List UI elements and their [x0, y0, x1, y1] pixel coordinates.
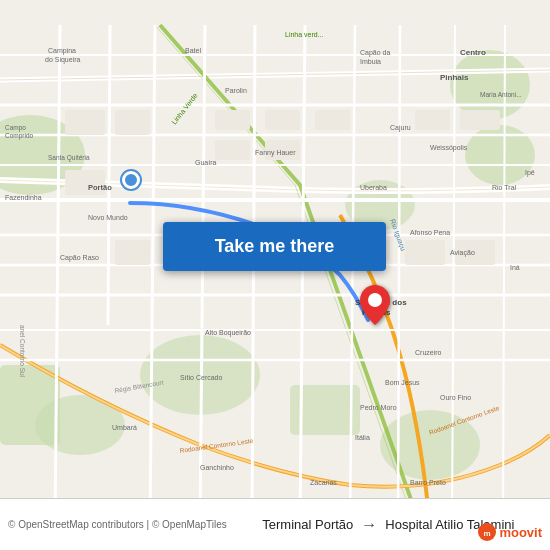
- svg-text:Bom Jesus: Bom Jesus: [385, 379, 420, 386]
- svg-text:Fanny Hauer: Fanny Hauer: [255, 149, 296, 157]
- svg-text:Comprido: Comprido: [5, 132, 34, 140]
- svg-text:Alto Boqueirão: Alto Boqueirão: [205, 329, 251, 337]
- svg-rect-36: [265, 110, 300, 130]
- svg-text:Imbuia: Imbuia: [360, 58, 381, 65]
- svg-text:Campina: Campina: [48, 47, 76, 55]
- bottom-bar: © OpenStreetMap contributors | © OpenMap…: [0, 498, 550, 550]
- svg-point-2: [450, 50, 530, 120]
- moovit-logo-text: moovit: [499, 525, 542, 540]
- svg-text:Cruzeiro: Cruzeiro: [415, 349, 442, 356]
- svg-text:Sítio Cercado: Sítio Cercado: [180, 374, 223, 381]
- svg-rect-38: [415, 110, 450, 130]
- svg-text:Pedro Moro: Pedro Moro: [360, 404, 397, 411]
- svg-text:Capão da: Capão da: [360, 49, 390, 57]
- svg-text:Guaíra: Guaíra: [195, 159, 217, 166]
- svg-line-13: [108, 25, 110, 325]
- svg-rect-39: [460, 110, 500, 130]
- svg-text:Novo Mundo: Novo Mundo: [88, 214, 128, 221]
- svg-text:Uberaba: Uberaba: [360, 184, 387, 191]
- svg-rect-47: [115, 240, 150, 265]
- svg-text:Ipê: Ipê: [525, 169, 535, 177]
- svg-text:Capão Raso: Capão Raso: [60, 254, 99, 262]
- svg-text:Aviação: Aviação: [450, 249, 475, 257]
- svg-text:Maria Antoni...: Maria Antoni...: [480, 91, 522, 98]
- destination-marker: [360, 285, 390, 329]
- take-me-there-button[interactable]: Take me there: [163, 222, 386, 271]
- svg-text:Parolin: Parolin: [225, 87, 247, 94]
- arrow-icon: →: [361, 516, 377, 534]
- map-background: Campina do Siqueira Batel Pinhais Maria …: [0, 0, 550, 550]
- svg-text:Barro Preto: Barro Preto: [410, 479, 446, 486]
- svg-rect-43: [405, 240, 445, 265]
- copyright-text: © OpenStreetMap contributors | © OpenMap…: [8, 519, 227, 530]
- svg-text:anel Contorno Sul: anel Contorno Sul: [19, 325, 26, 378]
- svg-text:Iná: Iná: [510, 264, 520, 271]
- svg-rect-33: [115, 110, 150, 135]
- svg-text:Ouro Fino: Ouro Fino: [440, 394, 471, 401]
- svg-point-94: [368, 293, 382, 307]
- svg-text:m: m: [484, 529, 491, 538]
- svg-rect-32: [65, 110, 105, 135]
- svg-text:Santa Quitéria: Santa Quitéria: [48, 154, 90, 162]
- svg-rect-35: [215, 110, 250, 130]
- svg-text:Linha verd...: Linha verd...: [285, 31, 324, 38]
- svg-text:Afonso Pena: Afonso Pena: [410, 229, 450, 236]
- svg-rect-40: [215, 140, 250, 160]
- svg-text:Ganchinho: Ganchinho: [200, 464, 234, 471]
- svg-text:Weissópolis: Weissópolis: [430, 144, 468, 152]
- origin-label: Terminal Portão: [262, 517, 353, 532]
- svg-text:Fazendinha: Fazendinha: [5, 194, 42, 201]
- svg-text:Cajuru: Cajuru: [390, 124, 411, 132]
- svg-text:Umbará: Umbará: [112, 424, 137, 431]
- svg-text:Portão: Portão: [88, 183, 112, 192]
- svg-text:Itália: Itália: [355, 434, 370, 441]
- svg-text:Zacarias: Zacarias: [310, 479, 337, 486]
- svg-rect-37: [315, 110, 350, 130]
- svg-text:Rio Tral: Rio Tral: [492, 184, 517, 191]
- map-container: Campina do Siqueira Batel Pinhais Maria …: [0, 0, 550, 550]
- svg-text:Batel: Batel: [185, 47, 201, 54]
- svg-text:Centro: Centro: [460, 48, 486, 57]
- svg-text:Campo: Campo: [5, 124, 26, 132]
- svg-text:do Siqueira: do Siqueira: [45, 56, 81, 64]
- svg-text:Pinhais: Pinhais: [440, 73, 469, 82]
- origin-marker: [122, 171, 140, 189]
- moovit-logo: m moovit: [477, 522, 542, 542]
